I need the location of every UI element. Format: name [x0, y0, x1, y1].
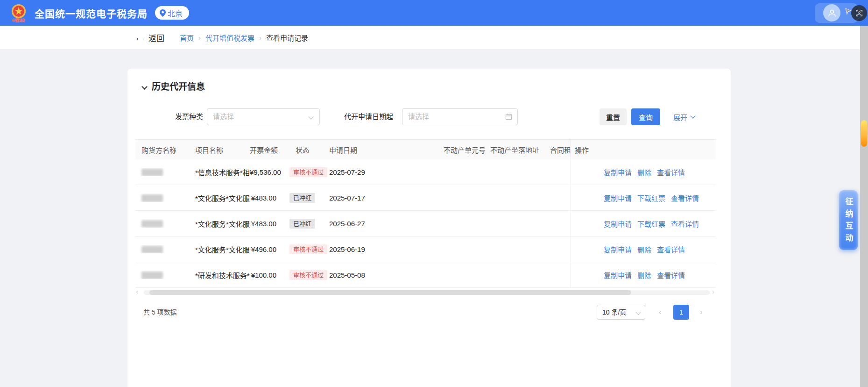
view-details-link[interactable]: 查看详情 [671, 193, 699, 203]
column-header: 合同租赁 [550, 145, 571, 155]
tax-interaction-floating-button[interactable]: 征纳互动 [839, 190, 858, 250]
row-scroll-columns: *研发和技术服务*...¥100.00审核不通过2025-05-08 [135, 262, 571, 287]
breadcrumb: 首页›代开增值税发票›查看申请记录 [180, 26, 308, 49]
date-from-label: 代开申请日期起 [342, 108, 393, 125]
status-badge: 审核不通过 [289, 244, 327, 254]
apply-date-cell: 2025-07-17 [329, 194, 444, 202]
back-label: 返回 [148, 32, 164, 43]
page-scrollbar-track[interactable] [860, 26, 868, 387]
calendar-icon [505, 113, 512, 122]
view-details-link[interactable]: 查看详情 [657, 167, 685, 177]
user-avatar[interactable] [823, 4, 840, 22]
page: 中国税务 全国统一规范电子税务局 北京 文 [0, 0, 868, 387]
breadcrumb-item[interactable]: 代开增值税发票 [205, 33, 254, 43]
breadcrumb-separator-icon: › [259, 34, 261, 42]
column-header: 开票金额 [250, 145, 289, 155]
apply-date-cell: 2025-06-27 [329, 220, 444, 228]
column-header: 购货方名称 [135, 145, 195, 155]
project-name-cell: *文化服务*文化服... [195, 244, 250, 254]
view-details-link[interactable]: 查看详情 [671, 219, 699, 229]
amount-cell: ¥9,536.00 [250, 168, 289, 176]
emblem-caption: 中国税务 [12, 18, 25, 22]
status-cell: 已冲红 [289, 193, 329, 203]
expand-label: 展开 [673, 112, 687, 122]
redacted-buyer-name [141, 169, 163, 176]
status-cell: 审核不通过 [289, 270, 329, 280]
hscroll-left-icon[interactable]: ‹ [136, 287, 138, 295]
status-cell: 审核不通过 [289, 244, 329, 254]
status-badge: 审核不通过 [289, 270, 327, 280]
download-red-invoice-link[interactable]: 下载红票 [637, 193, 665, 203]
download-red-invoice-link[interactable]: 下载红票 [637, 219, 665, 229]
project-name-cell: *文化服务*文化服... [195, 219, 250, 229]
expand-filters-link[interactable]: 展开 [673, 108, 695, 125]
table-row: *文化服务*文化服...¥496.00审核不通过2025-06-19复制申请删除… [135, 236, 716, 262]
location-selector[interactable]: 北京 [155, 6, 189, 20]
table-row: *文化服务*文化服...¥483.00已冲红2025-07-17复制申请下载红票… [135, 185, 716, 211]
location-pin-icon [160, 9, 166, 17]
records-table: 购货方名称项目名称开票金额状态申请日期不动产单元号不动产坐落地址合同租赁操作 *… [135, 139, 716, 288]
chevron-down-icon [635, 309, 641, 315]
emblem-icon [11, 4, 26, 19]
status-badge: 已冲红 [289, 219, 315, 229]
breadcrumb-item: 查看申请记录 [266, 33, 308, 43]
horizontal-scrollbar-thumb[interactable] [149, 290, 631, 295]
date-from-input[interactable]: 请选择 [402, 108, 518, 125]
delete-link[interactable]: 删除 [637, 167, 651, 177]
chevron-down-icon [690, 113, 695, 118]
row-scroll-columns: *文化服务*文化服...¥483.00已冲红2025-07-17 [135, 185, 571, 210]
amount-cell: ¥100.00 [250, 271, 289, 279]
table-row: *信息技术服务*相...¥9,536.00审核不通过2025-07-29复制申请… [135, 159, 716, 185]
actions-cell: 复制申请下载红票查看详情 [571, 211, 716, 236]
copy-application-link[interactable]: 复制申请 [604, 167, 632, 177]
breadcrumb-item[interactable]: 首页 [180, 33, 194, 43]
prev-page-button[interactable]: ‹ [659, 305, 662, 320]
reset-button[interactable]: 重置 [600, 108, 627, 125]
page-size-select[interactable]: 10 条/页 [597, 305, 645, 320]
copy-application-link[interactable]: 复制申请 [604, 270, 632, 280]
view-details-link[interactable]: 查看详情 [657, 270, 685, 280]
translate-extension-icon[interactable]: 文 [851, 5, 867, 21]
table-row: *文化服务*文化服...¥483.00已冲红2025-06-27复制申请下载红票… [135, 211, 716, 236]
horizontal-scrollbar-track[interactable] [144, 290, 710, 295]
row-scroll-columns: *信息技术服务*相...¥9,536.00审核不通过2025-07-29 [135, 159, 571, 185]
collapse-chevron-icon[interactable] [141, 84, 148, 90]
hscroll-right-icon[interactable]: › [712, 287, 714, 295]
breadcrumb-separator-icon: › [198, 34, 201, 42]
project-name-cell: *信息技术服务*相... [195, 167, 250, 177]
current-page-button[interactable]: 1 [673, 305, 689, 320]
copy-application-link[interactable]: 复制申请 [604, 244, 632, 254]
copy-application-link[interactable]: 复制申请 [604, 193, 632, 203]
apply-date-cell: 2025-06-19 [329, 245, 444, 253]
column-header: 不动产坐落地址 [490, 145, 550, 155]
status-cell: 已冲红 [289, 219, 329, 229]
view-details-link[interactable]: 查看详情 [657, 244, 685, 254]
page-scrollbar-thumb[interactable] [861, 120, 867, 147]
row-scroll-columns: *文化服务*文化服...¥496.00审核不通过2025-06-19 [135, 236, 571, 262]
redacted-buyer-name [141, 272, 163, 279]
location-label: 北京 [168, 7, 183, 19]
search-button[interactable]: 查询 [631, 108, 660, 125]
apply-date-cell: 2025-07-29 [329, 168, 444, 176]
section-title: 历史代开信息 [152, 79, 205, 92]
buyer-name-cell [135, 168, 195, 176]
top-bar: 中国税务 全国统一规范电子税务局 北京 文 [0, 0, 868, 26]
breadcrumb-bar: ← 返回 首页›代开增值税发票›查看申请记录 [0, 26, 860, 49]
project-name-cell: *研发和技术服务*... [195, 270, 250, 280]
actions-cell: 复制申请删除查看详情 [571, 159, 716, 185]
status-badge: 已冲红 [289, 193, 315, 203]
back-button[interactable]: ← 返回 [134, 26, 164, 49]
invoice-type-placeholder: 请选择 [213, 109, 234, 125]
app-title: 全国统一规范电子税务局 [35, 6, 148, 20]
copy-application-link[interactable]: 复制申请 [604, 219, 632, 229]
next-page-button[interactable]: › [700, 305, 703, 320]
table-header-scroll-columns: 购货方名称项目名称开票金额状态申请日期不动产单元号不动产坐落地址合同租赁 [135, 140, 571, 159]
delete-link[interactable]: 删除 [637, 270, 651, 280]
delete-link[interactable]: 删除 [637, 244, 651, 254]
project-name-cell: *文化服务*文化服... [195, 193, 250, 203]
chevron-down-icon [308, 114, 313, 119]
row-scroll-columns: *文化服务*文化服...¥483.00已冲红2025-06-27 [135, 211, 571, 236]
status-badge: 审核不通过 [289, 167, 327, 177]
table-body: *信息技术服务*相...¥9,536.00审核不通过2025-07-29复制申请… [135, 159, 716, 288]
invoice-type-select[interactable]: 请选择 [207, 108, 320, 125]
